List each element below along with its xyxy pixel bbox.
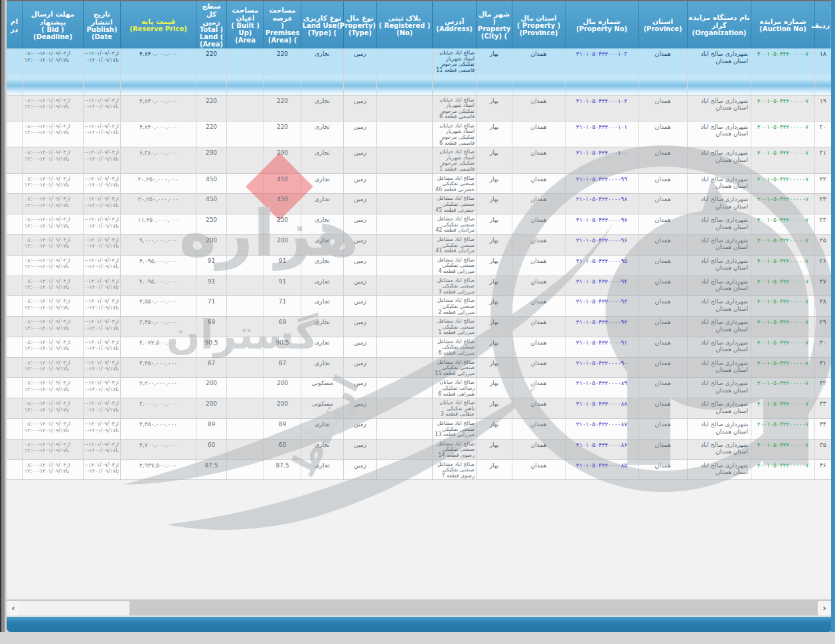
cell-radif: ۲۴ bbox=[815, 214, 831, 235]
cell-auction-no[interactable]: ۲۰۰۱۰۵۰۴۲۲۰۰۰۰۰۷ bbox=[751, 317, 815, 337]
table-row[interactable]: ۳۵۲۰۰۱۰۵۰۴۲۲۰۰۰۰۰۷شهرداری صالح اباد استا… bbox=[7, 439, 831, 459]
cell-auction-no[interactable]: ۲۰۰۱۰۵۰۴۲۲۰۰۰۰۰۷ bbox=[751, 357, 815, 378]
table-row[interactable]: ۳۱۲۰۰۱۰۵۰۴۲۲۰۰۰۰۰۷شهرداری صالح اباد استا… bbox=[7, 357, 831, 378]
col-header-property-no[interactable]: شماره مال(Property No) bbox=[566, 1, 639, 48]
col-header-total-land-area[interactable]: سطح کل زمین( Total ) Land (Area) bbox=[196, 1, 227, 48]
col-header-clipped[interactable]: ام در bbox=[7, 1, 23, 48]
table-row[interactable]: ۳۲۲۰۰۱۰۵۰۴۲۲۰۰۰۰۰۷شهرداری صالح اباد استا… bbox=[7, 378, 831, 398]
cell-property-no[interactable]: ۲۱۰۱۰۵۰۴۲۲۰۰۰۰۸۷ bbox=[566, 419, 639, 440]
table-row[interactable]: ۳۶۲۰۰۱۰۵۰۴۲۲۰۰۰۰۰۷شهرداری صالح اباد استا… bbox=[7, 459, 831, 480]
cell-property-no[interactable]: ۲۱۰۱۰۵۰۴۲۲۰۰۰۰۸۹ bbox=[566, 378, 639, 398]
col-header-property-city[interactable]: شهر مال( Property ) (City) bbox=[477, 1, 512, 48]
col-header-property-province[interactable]: استان مال( Property ) (Province) bbox=[512, 1, 566, 48]
scroll-left-arrow-icon[interactable]: ‹ bbox=[7, 601, 20, 615]
col-header-premises-area[interactable]: مساحت عرصه( Premises ) (Area) bbox=[264, 1, 301, 48]
cell-premises-area: 91 bbox=[264, 276, 301, 296]
cell-auction-no[interactable]: ۲۰۰۱۰۵۰۴۲۲۰۰۰۰۰۷ bbox=[751, 296, 815, 317]
col-header-registered-no[interactable]: پلاک ثبتی( Registered ) (No) bbox=[377, 1, 433, 48]
col-header-address[interactable]: آدرس(Address) bbox=[433, 1, 477, 48]
col-header-radif[interactable]: ردیف bbox=[815, 1, 831, 48]
cell-property-no[interactable]: ۲۱۰۱۰۵۰۴۲۲۰۰۰۰۹۴ bbox=[566, 276, 639, 296]
table-row[interactable]: ۲۹۲۰۰۱۰۵۰۴۲۲۰۰۰۰۰۷شهرداری صالح اباد استا… bbox=[7, 317, 831, 337]
table-row[interactable]: ۲۸۲۰۰۱۰۵۰۴۲۲۰۰۰۰۰۷شهرداری صالح اباد استا… bbox=[7, 296, 831, 317]
cell-extra bbox=[7, 121, 23, 147]
cell-property-no[interactable]: ۲۱۰۱۰۵۰۴۲۲۰۰۰۱۰۳ bbox=[566, 48, 639, 95]
col-header-property-type[interactable]: نوع مال(Property) (Type) bbox=[344, 1, 377, 48]
cell-auction-no[interactable]: ۲۰۰۱۰۵۰۴۲۲۰۰۰۰۰۷ bbox=[751, 255, 815, 276]
cell-property-no[interactable]: ۲۱۰۱۰۵۰۴۲۲۰۰۰۰۹۲ bbox=[566, 317, 639, 337]
table-row[interactable]: ۲۶۲۰۰۱۰۵۰۴۲۲۰۰۰۰۰۷شهرداری صالح اباد استا… bbox=[7, 255, 831, 276]
table-row[interactable]: ۳۰۲۰۰۱۰۵۰۴۲۲۰۰۰۰۰۷شهرداری صالح اباد استا… bbox=[7, 337, 831, 357]
col-header-land-use[interactable]: نوع کاربری( Land Use ) (Type) bbox=[301, 1, 344, 48]
col-header-bid-deadline[interactable]: مهلت ارسال پیشنهاد( Bid ) (Deadline) bbox=[23, 1, 84, 48]
table-row[interactable]: ۲۳۲۰۰۱۰۵۰۴۲۲۰۰۰۰۰۷شهرداری صالح اباد استا… bbox=[7, 194, 831, 214]
cell-organization: شهرداری صالح اباد استان همدان bbox=[688, 48, 751, 95]
cell-property-no[interactable]: ۲۱۰۱۰۵۰۴۲۲۰۰۰۱۰۱ bbox=[566, 121, 639, 147]
cell-province: همدان bbox=[639, 357, 688, 378]
cell-auction-no[interactable]: ۲۰۰۱۰۵۰۴۲۲۰۰۰۰۰۷ bbox=[751, 173, 815, 194]
horizontal-scrollbar[interactable]: ‹ › bbox=[7, 600, 831, 615]
cell-auction-no[interactable]: ۲۰۰۱۰۵۰۴۲۲۰۰۰۰۰۷ bbox=[751, 48, 815, 95]
col-header-reserve-price[interactable]: قیمت پایه(Reserve Price) bbox=[121, 1, 196, 48]
cell-property-no[interactable]: ۲۱۰۱۰۵۰۴۲۲۰۰۰۱۰۲ bbox=[566, 95, 639, 121]
table-row[interactable]: ۱۸۲۰۰۱۰۵۰۴۲۲۰۰۰۰۰۷شهرداری صالح اباد استا… bbox=[7, 48, 831, 95]
cell-auction-no[interactable]: ۲۰۰۱۰۵۰۴۲۲۰۰۰۰۰۷ bbox=[751, 234, 815, 255]
cell-auction-no[interactable]: ۲۰۰۱۰۵۰۴۲۲۰۰۰۰۰۷ bbox=[751, 194, 815, 214]
cell-property-no[interactable]: ۲۱۰۱۰۵۰۴۲۲۰۰۰۰۸۶ bbox=[566, 439, 639, 459]
cell-property-no[interactable]: ۲۱۰۱۰۵۰۴۲۲۰۰۰۰۹۹ bbox=[566, 173, 639, 194]
table-row[interactable]: ۲۴۲۰۰۱۰۵۰۴۲۲۰۰۰۰۰۷شهرداری صالح اباد استا… bbox=[7, 214, 831, 235]
scroll-right-arrow-icon[interactable]: › bbox=[818, 601, 831, 615]
cell-auction-no[interactable]: ۲۰۰۱۰۵۰۴۲۲۰۰۰۰۰۷ bbox=[751, 337, 815, 357]
table-row[interactable]: ۱۹۲۰۰۱۰۵۰۴۲۲۰۰۰۰۰۷شهرداری صالح اباد استا… bbox=[7, 95, 831, 121]
cell-property-no[interactable]: ۲۱۰۱۰۵۰۴۲۲۰۰۰۰۹۵ bbox=[566, 255, 639, 276]
cell-auction-no[interactable]: ۲۰۰۱۰۵۰۴۲۲۰۰۰۰۰۷ bbox=[751, 378, 815, 398]
cell-auction-no[interactable]: ۲۰۰۱۰۵۰۴۲۲۰۰۰۰۰۷ bbox=[751, 459, 815, 480]
table-row[interactable]: ۳۳۲۰۰۱۰۵۰۴۲۲۰۰۰۰۰۷شهرداری صالح اباد استا… bbox=[7, 398, 831, 419]
cell-property-no[interactable]: ۲۱۰۱۰۵۰۴۲۲۰۰۰۰۸۸ bbox=[566, 398, 639, 419]
table-row[interactable]: ۲۱۲۰۰۱۰۵۰۴۲۲۰۰۰۰۰۷شهرداری صالح اباد استا… bbox=[7, 147, 831, 173]
scrollbar-thumb[interactable] bbox=[20, 601, 129, 615]
cell-premises-area: 250 bbox=[264, 214, 301, 235]
cell-auction-no[interactable]: ۲۰۰۱۰۵۰۴۲۲۰۰۰۰۰۷ bbox=[751, 398, 815, 419]
cell-property-no[interactable]: ۲۱۰۱۰۵۰۴۲۲۰۰۰۰۹۰ bbox=[566, 357, 639, 378]
cell-property-no[interactable]: ۲۱۰۱۰۵۰۴۲۲۰۰۰۰۹۳ bbox=[566, 296, 639, 317]
cell-radif: ۲۷ bbox=[815, 276, 831, 296]
cell-auction-no[interactable]: ۲۰۰۱۰۵۰۴۲۲۰۰۰۰۰۷ bbox=[751, 276, 815, 296]
col-header-auction-no[interactable]: شماره مزایده(Auction No) bbox=[751, 1, 815, 48]
cell-property-no[interactable]: ۲۱۰۱۰۵۰۴۲۲۰۰۰۱۰۰ bbox=[566, 147, 639, 173]
table-row[interactable]: ۲۰۲۰۰۱۰۵۰۴۲۲۰۰۰۰۰۷شهرداری صالح اباد استا… bbox=[7, 121, 831, 147]
cell-extra bbox=[7, 147, 23, 173]
cell-auction-no[interactable]: ۲۰۰۱۰۵۰۴۲۲۰۰۰۰۰۷ bbox=[751, 419, 815, 440]
cell-property-no[interactable]: ۲۱۰۱۰۵۰۴۲۲۰۰۰۰۸۵ bbox=[566, 459, 639, 480]
cell-city: بهار bbox=[477, 121, 512, 147]
cell-auction-no[interactable]: ۲۰۰۱۰۵۰۴۲۲۰۰۰۰۰۷ bbox=[751, 439, 815, 459]
table-row[interactable]: ۳۴۲۰۰۱۰۵۰۴۲۲۰۰۰۰۰۷شهرداری صالح اباد استا… bbox=[7, 419, 831, 440]
cell-extra bbox=[7, 439, 23, 459]
cell-registered-no bbox=[377, 398, 433, 419]
cell-auction-no[interactable]: ۲۰۰۱۰۵۰۴۲۲۰۰۰۰۰۷ bbox=[751, 214, 815, 235]
cell-built-up-area bbox=[227, 121, 264, 147]
cell-property-no[interactable]: ۲۱۰۱۰۵۰۴۲۲۰۰۰۰۹۸ bbox=[566, 194, 639, 214]
cell-property-no[interactable]: ۲۱۰۱۰۵۰۴۲۲۰۰۰۰۹۶ bbox=[566, 234, 639, 255]
cell-auction-no[interactable]: ۲۰۰۱۰۵۰۴۲۲۰۰۰۰۰۷ bbox=[751, 121, 815, 147]
table-row[interactable]: ۲۲۲۰۰۱۰۵۰۴۲۲۰۰۰۰۰۷شهرداری صالح اباد استا… bbox=[7, 173, 831, 194]
cell-property-type: زمین bbox=[344, 419, 377, 440]
cell-deadline: از۱۴۰۱/۰۹/۰۳-۰۸:۰۰تا۱۴۰۱/۰۹/۱۷-۱۴:۰۰ bbox=[23, 121, 84, 147]
col-header-province[interactable]: استان(Province) bbox=[639, 1, 688, 48]
cell-auction-no[interactable]: ۲۰۰۱۰۵۰۴۲۲۰۰۰۰۰۷ bbox=[751, 147, 815, 173]
cell-total-land-area: 90.5 bbox=[196, 337, 227, 357]
cell-province: همدان bbox=[639, 378, 688, 398]
cell-city: بهار bbox=[477, 439, 512, 459]
col-header-publish-date[interactable]: تاریخ انتشار(Publish Date) bbox=[84, 1, 121, 48]
col-header-built-up-area[interactable]: مساحت اعیان( Built ) (Up Area) bbox=[227, 1, 264, 48]
cell-reserve-price: ۳,۵۵۰,۰۰۰,۰۰۰ bbox=[121, 296, 196, 317]
cell-premises-area: 220 bbox=[264, 95, 301, 121]
cell-property-no[interactable]: ۲۱۰۱۰۵۰۴۲۲۰۰۰۰۹۷ bbox=[566, 214, 639, 235]
cell-city: بهار bbox=[477, 276, 512, 296]
table-row[interactable]: ۲۷۲۰۰۱۰۵۰۴۲۲۰۰۰۰۰۷شهرداری صالح اباد استا… bbox=[7, 276, 831, 296]
table-row[interactable]: ۲۵۲۰۰۱۰۵۰۴۲۲۰۰۰۰۰۷شهرداری صالح اباد استا… bbox=[7, 234, 831, 255]
cell-property-type: زمین bbox=[344, 378, 377, 398]
col-header-organization[interactable]: نام دستگاه مزایده گزار(Organization) bbox=[688, 1, 751, 48]
cell-property-no[interactable]: ۲۱۰۱۰۵۰۴۲۲۰۰۰۰۹۱ bbox=[566, 337, 639, 357]
cell-auction-no[interactable]: ۲۰۰۱۰۵۰۴۲۲۰۰۰۰۰۷ bbox=[751, 95, 815, 121]
